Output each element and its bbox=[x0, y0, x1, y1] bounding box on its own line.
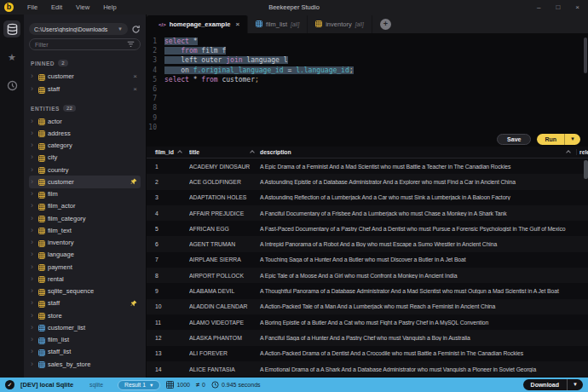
table-row[interactable]: 10 ALADDIN CALENDAR A Action-Packed Tale… bbox=[147, 299, 588, 314]
table-row[interactable]: 7 AIRPLANE SIERRA A Touching Saga of a H… bbox=[147, 252, 588, 268]
column-header-film-id[interactable]: film_id bbox=[147, 149, 189, 155]
menu-file[interactable]: File bbox=[20, 3, 44, 11]
menu-edit[interactable]: Edit bbox=[44, 3, 69, 11]
table-row[interactable]: 6 AGENT TRUMAN A Intrepid Panorama of a … bbox=[147, 236, 588, 251]
code-line[interactable]: select * bbox=[164, 37, 588, 46]
code-line[interactable]: select * from customer; bbox=[164, 75, 588, 84]
table-row[interactable]: 11 ALAMO VIDEOTAPE A Boring Epistle of a… bbox=[147, 314, 588, 330]
sidebar-item-sales_by_store[interactable]: › sales_by_store bbox=[29, 358, 141, 370]
tab-inventory[interactable]: inventory [all] bbox=[308, 15, 372, 33]
menu-view[interactable]: View bbox=[69, 3, 96, 11]
table-row[interactable]: 5 AFRICAN EGG A Fast-Paced Documentary o… bbox=[147, 221, 588, 236]
filter-box[interactable] bbox=[29, 38, 141, 50]
chevron-right-icon[interactable]: › bbox=[31, 141, 36, 149]
close-button[interactable]: × bbox=[575, 0, 579, 14]
chevron-right-icon[interactable]: › bbox=[31, 166, 36, 174]
chevron-right-icon[interactable]: › bbox=[31, 239, 36, 246]
sort-icon[interactable] bbox=[250, 150, 255, 155]
table-row[interactable]: 4 AFFAIR PREJUDICE A Fanciful Documentar… bbox=[147, 205, 588, 221]
run-button[interactable]: Run ▼ bbox=[537, 134, 580, 145]
refresh-icon[interactable] bbox=[131, 25, 141, 34]
new-tab-button[interactable]: + bbox=[380, 19, 391, 30]
chevron-right-icon[interactable]: › bbox=[31, 130, 36, 137]
sidebar-item-payment[interactable]: › payment bbox=[29, 261, 141, 273]
table-row[interactable]: 14 ALICE FANTASIA A Emotional Drama of a… bbox=[147, 361, 588, 377]
run-dropdown-caret-icon[interactable]: ▼ bbox=[564, 134, 580, 145]
column-header-title[interactable]: title bbox=[189, 149, 260, 155]
chevron-right-icon[interactable]: › bbox=[31, 227, 36, 234]
filter-input[interactable] bbox=[35, 42, 127, 48]
results-scrollbar[interactable] bbox=[584, 160, 588, 179]
table-row[interactable]: 2 ACE GOLDFINGER A Astounding Epistle of… bbox=[147, 174, 588, 189]
chevron-right-icon[interactable]: › bbox=[31, 72, 36, 80]
sidebar-item-store[interactable]: › store bbox=[29, 309, 141, 321]
chevron-right-icon[interactable]: › bbox=[31, 312, 36, 320]
chevron-right-icon[interactable]: › bbox=[31, 118, 36, 125]
sidebar-item-customer[interactable]: › customer bbox=[29, 176, 141, 187]
table-row[interactable]: 13 ALI FOREVER A Action-Packed Drama of … bbox=[147, 346, 588, 361]
table-row[interactable]: 8 AIRPORT POLLOCK A Epic Tale of a Moose… bbox=[147, 268, 588, 283]
code-line[interactable] bbox=[164, 113, 588, 123]
chevron-right-icon[interactable]: › bbox=[31, 324, 36, 331]
chevron-right-icon[interactable]: › bbox=[31, 348, 36, 355]
sidebar-item-film_actor[interactable]: › film_actor bbox=[29, 200, 141, 212]
sort-icon[interactable] bbox=[177, 150, 182, 155]
code-line[interactable] bbox=[164, 123, 588, 132]
pin-icon[interactable] bbox=[130, 300, 137, 307]
sidebar-item-rental[interactable]: › rental bbox=[29, 273, 141, 285]
sidebar-item-staff[interactable]: › staff bbox=[29, 297, 141, 309]
tab-film_list[interactable]: film_list [all] bbox=[248, 15, 308, 33]
sidebar-item-customer_list[interactable]: › customer_list bbox=[29, 321, 141, 333]
sidebar-item-customer[interactable]: › customer × bbox=[29, 70, 141, 83]
chevron-right-icon[interactable]: › bbox=[31, 336, 36, 343]
sql-editor[interactable]: 12345678910 select * from film f left ou… bbox=[147, 33, 588, 132]
sidebar-item-actor[interactable]: › actor bbox=[29, 115, 141, 127]
sidebar-item-film_category[interactable]: › film_category bbox=[29, 212, 141, 224]
pin-icon[interactable] bbox=[130, 178, 137, 185]
chevron-right-icon[interactable]: › bbox=[31, 153, 36, 161]
table-row[interactable]: 1 ACADEMY DINOSAUR A Epic Drama of a Fem… bbox=[147, 159, 588, 174]
chevron-right-icon[interactable]: › bbox=[31, 251, 36, 258]
sidebar-item-film_list[interactable]: › film_list bbox=[29, 334, 141, 346]
chevron-right-icon[interactable]: › bbox=[31, 287, 36, 295]
sidebar-item-inventory[interactable]: › inventory bbox=[29, 237, 141, 249]
table-row[interactable]: 3 ADAPTATION HOLES A Astounding Reflecti… bbox=[147, 190, 588, 205]
sidebar-item-address[interactable]: › address bbox=[29, 127, 141, 139]
chevron-right-icon[interactable]: › bbox=[31, 215, 36, 222]
code-line[interactable]: on f.original_language_id = l.language_i… bbox=[164, 66, 588, 75]
tab-close-icon[interactable]: × bbox=[235, 20, 239, 28]
sort-icon[interactable] bbox=[566, 150, 571, 155]
chevron-right-icon[interactable]: › bbox=[31, 178, 36, 186]
sidebar-item-sqlite_sequence[interactable]: › sqlite_sequence bbox=[29, 285, 141, 297]
column-header-release-year[interactable]: release_year bbox=[576, 149, 588, 155]
code-line[interactable]: from film f bbox=[164, 46, 588, 55]
column-header-description[interactable]: description bbox=[260, 149, 576, 155]
chevron-right-icon[interactable]: › bbox=[31, 85, 36, 93]
sidebar-item-film_text[interactable]: › film_text bbox=[29, 224, 141, 236]
connection-selector[interactable]: C:\Users\ghsing\Downloads ▼ bbox=[29, 23, 128, 35]
editor-code[interactable]: select * from film f left outer join lan… bbox=[160, 37, 588, 132]
sidebar-item-staff[interactable]: › staff × bbox=[29, 83, 141, 95]
download-dropdown-caret-icon[interactable]: ▼ bbox=[567, 379, 583, 390]
chevron-right-icon[interactable]: › bbox=[31, 360, 36, 368]
chevron-right-icon[interactable]: › bbox=[31, 299, 36, 307]
unpin-close-icon[interactable]: × bbox=[133, 72, 137, 80]
table-row[interactable]: 9 ALABAMA DEVIL A Thoughtful Panorama of… bbox=[147, 283, 588, 298]
code-line[interactable] bbox=[164, 94, 588, 103]
history-icon[interactable] bbox=[3, 77, 20, 94]
table-row[interactable]: 15 ALIEN CENTER A Brilliant Drama of a C… bbox=[147, 377, 588, 378]
code-line[interactable]: left outer join language l bbox=[164, 55, 588, 65]
sidebar-item-category[interactable]: › category bbox=[29, 140, 141, 152]
save-button[interactable]: Save bbox=[497, 134, 531, 145]
minimize-button[interactable]: – bbox=[537, 0, 540, 14]
maximize-button[interactable]: □ bbox=[556, 0, 560, 14]
tab-homepage_example[interactable]: </> homepage_example × bbox=[147, 15, 248, 33]
menu-help[interactable]: Help bbox=[96, 3, 123, 11]
chevron-right-icon[interactable]: › bbox=[31, 275, 36, 283]
download-button[interactable]: Download ▼ bbox=[523, 379, 583, 390]
sidebar-item-city[interactable]: › city bbox=[29, 152, 141, 164]
editor-scrollbar[interactable] bbox=[584, 37, 587, 73]
sidebar-item-country[interactable]: › country bbox=[29, 164, 141, 176]
sidebar-item-film[interactable]: › film bbox=[29, 188, 141, 200]
sidebar-item-language[interactable]: › language bbox=[29, 249, 141, 261]
